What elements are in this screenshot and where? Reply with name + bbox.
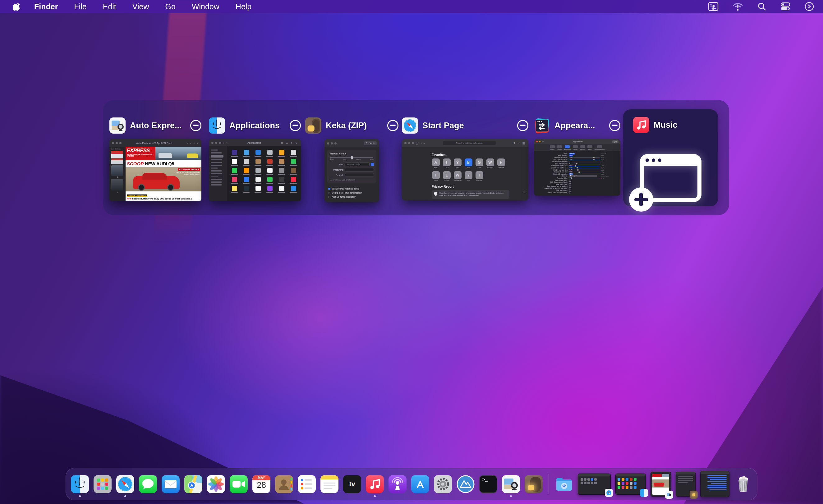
dock-notes-icon[interactable]	[320, 475, 338, 493]
finder-window-thumbnail[interactable]: ‹ › Applications ▦ ☰ ⬆ ⊘	[209, 139, 301, 201]
preference-control[interactable]	[569, 179, 600, 181]
switcher-entry-keka[interactable]: Keka (ZIP) ▯ ZIP ⇕ Method: Normal StoreF…	[324, 118, 379, 202]
dock-preview-icon[interactable]	[502, 475, 520, 493]
menu-help[interactable]: Help	[229, 2, 258, 11]
close-window-button[interactable]	[190, 120, 201, 131]
preference-row[interactable]: Max width on screen: 60 % 60 %	[537, 157, 617, 159]
preference-row[interactable]: Rows of thumbnails: 4 4	[537, 163, 617, 165]
safari-window-thumbnail[interactable]: ▢ ‹ › Search or enter website name ⬆ + ▦…	[402, 139, 528, 200]
close-window-button[interactable]	[387, 120, 398, 131]
preference-control[interactable]	[569, 190, 600, 192]
preference-row[interactable]: Hide apps with no open window:	[537, 191, 617, 194]
clock-icon[interactable]	[804, 2, 814, 11]
preference-row[interactable]: Window min width in row: 15 % 15 %	[537, 165, 617, 167]
dock-keka-icon[interactable]	[525, 475, 543, 493]
preference-row[interactable]: Window max width in row: 30 % 30 %	[537, 167, 617, 169]
option-checkbox[interactable]: Archive items separately	[328, 196, 375, 198]
preference-row[interactable]: Hide Space number labels:	[537, 181, 617, 183]
spotlight-search-icon[interactable]	[757, 2, 767, 11]
preference-control[interactable]: 4	[569, 163, 600, 165]
preference-control[interactable]	[569, 183, 600, 185]
quit-button[interactable]: Quit	[612, 141, 619, 143]
keka-window-thumbnail[interactable]: ▯ ZIP ⇕ Method: Normal StoreFastNormalSl…	[324, 139, 379, 202]
preference-control[interactable]: End	[569, 173, 600, 175]
dock-trash-full-icon[interactable]	[734, 475, 752, 493]
preference-control[interactable]: 15 pt	[569, 171, 600, 173]
favorite-tile[interactable]: WThe Weather	[454, 171, 462, 181]
dock-minimized-keka-window[interactable]	[676, 472, 695, 497]
close-window-button[interactable]	[290, 120, 301, 131]
switcher-entry-preview[interactable]: Auto Expre... Auto Express - 20 April 20…	[110, 118, 201, 201]
preference-row[interactable]: Max height on screen: 80 % 80 %	[537, 159, 617, 161]
favorite-tile[interactable]: Aapple	[432, 158, 440, 168]
preference-row[interactable]: Show standard tabs as windows:	[537, 185, 617, 188]
favorite-tile[interactable]: BBing	[464, 158, 472, 168]
dock-apple-tv-icon[interactable]: tv	[343, 475, 361, 493]
switcher-entry-safari[interactable]: Start Page ▢ ‹ › Search or enter website…	[402, 118, 528, 200]
close-window-button[interactable]	[609, 120, 620, 131]
favorite-tile[interactable]: WWikipedia	[486, 158, 494, 168]
dock-messages-icon[interactable]	[139, 475, 157, 493]
page-settings-icon[interactable]: ☰	[523, 191, 525, 194]
switcher-entry-finder[interactable]: Applications ‹ › Applications ▦ ☰ ⬆ ⊘	[209, 118, 301, 201]
preference-control[interactable]	[569, 185, 600, 188]
favorite-tile[interactable]: IiCloud	[443, 158, 451, 168]
dock-finder-icon[interactable]	[71, 475, 89, 493]
preferences-tab[interactable]: General	[550, 145, 555, 150]
dock-downloads-folder-icon[interactable]	[555, 475, 573, 493]
menu-view[interactable]: View	[126, 2, 156, 11]
close-window-button[interactable]	[517, 120, 528, 131]
menu-file[interactable]: File	[67, 2, 93, 11]
preferences-tab[interactable]: About	[588, 145, 593, 150]
preference-control[interactable]: 30 pt	[569, 169, 600, 171]
format-dropdown[interactable]: ▯ ZIP ⇕	[364, 141, 377, 145]
preference-control[interactable]: 0 ms	[569, 177, 600, 179]
preference-control[interactable]	[569, 191, 600, 194]
preference-row[interactable]: Apparition delay: 0 ms 0 ms	[537, 177, 617, 179]
dock-terminal-icon[interactable]: >_	[479, 475, 497, 493]
dock-reminders-icon[interactable]	[298, 475, 316, 493]
preference-row[interactable]: Align windows: Left Left	[537, 155, 617, 157]
preference-control[interactable]	[569, 187, 600, 190]
preference-control[interactable]: 60 %	[569, 157, 600, 159]
menu-go[interactable]: Go	[159, 2, 182, 11]
preference-control[interactable]: Left	[569, 155, 600, 157]
menu-window[interactable]: Window	[185, 2, 226, 11]
dock-minimized-preview-window[interactable]	[651, 472, 671, 497]
split-input[interactable]: Example: 5 MB	[345, 163, 369, 166]
preferences-tab[interactable]: Controls	[557, 145, 562, 150]
preference-row[interactable]: Window title font size: 15 pt 15 pt	[537, 171, 617, 173]
menu-edit[interactable]: Edit	[96, 2, 123, 11]
alttab-switcher-icon[interactable]	[708, 2, 718, 11]
address-bar[interactable]: Search or enter website name	[443, 141, 496, 145]
preference-row[interactable]: Hide status icons:	[537, 183, 617, 185]
preference-row[interactable]: Hide colored circles on mouse hover:	[537, 187, 617, 190]
dock-minimized-alttab-window[interactable]	[700, 471, 729, 497]
option-checkbox[interactable]: Delete file(s) after compression	[328, 192, 375, 194]
dock-mail-icon[interactable]	[162, 475, 180, 493]
favorite-tile[interactable]: TTwitter	[432, 171, 440, 181]
preferences-tab[interactable]: Appearance	[564, 145, 571, 150]
active-app-menu[interactable]: Finder	[27, 2, 65, 11]
dock-calendar-icon[interactable]: MAY 28	[253, 475, 271, 493]
favorite-tile[interactable]: TTelevision	[475, 171, 483, 181]
dock-app-store-icon[interactable]	[411, 475, 429, 493]
switcher-entry-alttab[interactable]: Appeara... Appearance Quit GeneralContro…	[534, 118, 620, 196]
dock-podcasts-icon[interactable]	[388, 475, 406, 493]
dock-contacts-icon[interactable]	[275, 475, 293, 493]
favorite-tile[interactable]: YYelp	[464, 171, 472, 181]
favorite-tile[interactable]: FFacebook	[497, 158, 505, 168]
favorite-tile[interactable]: GGoogle	[475, 158, 483, 168]
dock-photos-icon[interactable]	[207, 475, 225, 493]
preference-row[interactable]: Fade out animation:	[537, 179, 617, 181]
preference-control[interactable]	[569, 181, 600, 183]
preference-row[interactable]: Hide window thumbnails:	[537, 161, 617, 163]
favorite-tile[interactable]: LLinkedIn	[443, 171, 451, 181]
wifi-alert-icon[interactable]	[732, 2, 744, 11]
preference-row[interactable]: Show on: Active Space Active Space	[537, 175, 617, 177]
control-center-icon[interactable]	[780, 2, 791, 11]
repeat-input[interactable]	[345, 173, 374, 177]
slider-knob[interactable]	[351, 156, 353, 159]
split-dropdown-button[interactable]	[371, 163, 374, 166]
preview-window-thumbnail[interactable]: Auto Express - 20 April 2022.pdf • • • •…	[110, 139, 201, 201]
